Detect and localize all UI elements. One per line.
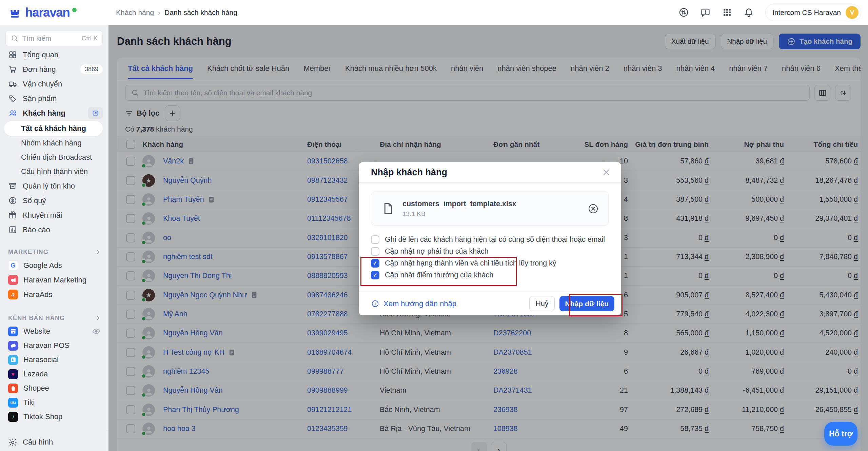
bell-icon[interactable]: [744, 7, 754, 18]
brand-text: haravan: [25, 5, 70, 20]
checked-checkbox[interactable]: [371, 271, 379, 279]
sidebar-app-tiktok-shop[interactable]: ♪Tiktok Shop: [0, 410, 108, 424]
unchecked-checkbox[interactable]: [371, 235, 379, 244]
sidebar-item-label: Tổng quan: [23, 51, 58, 59]
chevron-right-icon: [95, 249, 101, 255]
submit-import-button[interactable]: Nhập dữ liệu: [559, 296, 614, 311]
import-guide-link[interactable]: Xem hướng dẫn nhập: [371, 299, 456, 308]
cancel-button[interactable]: Huỷ: [529, 296, 554, 311]
shopee-logo-icon: [8, 384, 18, 393]
sidebar-item-settings[interactable]: Cấu hình: [0, 433, 108, 451]
sidebar-item[interactable]: Khuyến mãi: [0, 208, 108, 222]
open-window-icon: [92, 110, 99, 117]
shopping-bag-logo-icon: [7, 5, 22, 20]
sidebar-item[interactable]: Báo cáo: [0, 222, 108, 237]
sidebar-item[interactable]: Sổ quỹ: [0, 193, 108, 208]
tiki-logo-icon: tiki: [8, 398, 18, 408]
sidebar-app-website[interactable]: Website: [0, 324, 108, 338]
inventory-icon: [8, 181, 17, 191]
haravan-pos-logo-icon: [8, 341, 18, 351]
harasocial-logo-icon: [8, 355, 18, 365]
sidebar-search: Ctrl K: [5, 31, 103, 46]
close-icon[interactable]: [601, 168, 611, 177]
sidebar-item-label: Sản phẩm: [23, 94, 57, 103]
topbar-actions: Intercom CS Haravan V: [678, 4, 861, 21]
haraads-logo-icon: a: [8, 290, 18, 299]
gift-icon: [8, 211, 17, 220]
account-name: Intercom CS Haravan: [772, 8, 841, 17]
sidebar-app-shopee[interactable]: Shopee: [0, 381, 108, 395]
account-menu[interactable]: Intercom CS Haravan V: [765, 4, 861, 21]
import-option: Cập nhật nợ phải thu của khách: [371, 246, 609, 257]
sidebar-search-input[interactable]: [22, 34, 78, 42]
apps-icon[interactable]: [722, 7, 732, 18]
import-options: Ghi đè lên các khách hàng hiện tại có cù…: [371, 234, 609, 281]
order-count-badge: 3869: [80, 64, 103, 74]
open-customers-window-button[interactable]: [88, 107, 103, 119]
sidebar-app-google-ads[interactable]: GGoogle Ads: [0, 258, 108, 273]
search-icon: [11, 34, 19, 42]
modal-title: Nhập khách hàng: [371, 167, 447, 178]
file-icon: [381, 201, 395, 216]
sidebar-subitem[interactable]: Cấu hình thành viên: [0, 164, 108, 179]
sidebar-subitem[interactable]: Chiến dịch Broadcast: [0, 150, 108, 164]
cash-icon: [8, 196, 17, 205]
sidebar-app-haraads[interactable]: aHaraAds: [0, 287, 108, 302]
chat-icon[interactable]: [700, 7, 711, 18]
breadcrumb-current: Danh sách khách hàng: [164, 8, 237, 17]
option-label: Cập nhật điểm thưởng của khách: [385, 271, 493, 279]
sidebar-section-header[interactable]: KÊNH BÁN HÀNG: [0, 312, 108, 324]
unchecked-checkbox[interactable]: [371, 247, 379, 256]
sidebar-item-3[interactable]: Sản phẩm: [0, 91, 108, 106]
checked-checkbox[interactable]: [371, 259, 379, 268]
file-size: 13.1 KB: [402, 210, 516, 218]
chevron-right-icon: [95, 315, 101, 321]
google-ads-logo-icon: G: [8, 260, 18, 270]
gear-icon: [8, 438, 17, 447]
sidebar-app-haravan-marketing[interactable]: Haravan Marketing: [0, 273, 108, 287]
lazada-logo-icon: ♥: [8, 369, 18, 379]
modal-header: Nhập khách hàng: [359, 162, 621, 183]
support-button[interactable]: Hỗ trợ: [824, 422, 857, 446]
sidebar-app-haravan-pos[interactable]: Haravan POS: [0, 338, 108, 353]
overview-icon: [8, 50, 17, 59]
sidebar-app-harasocial[interactable]: Harasocial: [0, 353, 108, 367]
eye-icon[interactable]: [92, 327, 101, 336]
sidebar-subitem[interactable]: Tất cả khách hàng: [4, 121, 103, 136]
screen: haravan Khách hàng › Danh sách khách hàn…: [0, 0, 868, 451]
sidebar-item-1[interactable]: Đơn hàng3869: [0, 62, 108, 77]
breadcrumb-parent[interactable]: Khách hàng: [116, 8, 154, 17]
modal-footer: Xem hướng dẫn nhập Huỷ Nhập dữ liệu: [359, 292, 621, 315]
sync-icon[interactable]: [678, 7, 689, 18]
sidebar-subitem[interactable]: Nhóm khách hàng: [0, 136, 108, 150]
keyboard-shortcut: Ctrl K: [82, 35, 98, 42]
remove-file-icon[interactable]: [587, 203, 599, 215]
sidebar-item-label: Đơn hàng: [23, 65, 56, 74]
sidebar: Ctrl K Tổng quanĐơn hàng3869Vận chuyểnSả…: [0, 25, 108, 451]
option-label: Ghi đè lên các khách hàng hiện tại có cù…: [385, 235, 605, 244]
breadcrumb-separator: ›: [158, 8, 160, 17]
sidebar-item[interactable]: Quản lý tồn kho: [0, 179, 108, 193]
haravan-logo[interactable]: haravan: [7, 5, 109, 20]
sidebar-item-customers[interactable]: Khách hàng: [0, 106, 108, 120]
website-logo-icon: [8, 327, 18, 336]
sidebar-section-header[interactable]: MARKETING: [0, 246, 108, 258]
truck-icon: [8, 79, 17, 89]
status-dot: [72, 8, 77, 12]
sidebar-item-label: Khách hàng: [23, 109, 65, 118]
sidebar-app-tiki[interactable]: tikiTiki: [0, 395, 108, 410]
sidebar-menu: Tổng quanĐơn hàng3869Vận chuyểnSản phẩmK…: [0, 47, 108, 451]
uploaded-file-card: customers_import_template.xlsx 13.1 KB: [371, 192, 609, 225]
report-icon: [8, 225, 17, 234]
breadcrumb: Khách hàng › Danh sách khách hàng: [116, 8, 237, 17]
haravan-marketing-logo-icon: [8, 275, 18, 285]
sidebar-app-lazada[interactable]: ♥Lazada: [0, 367, 108, 381]
tiktok-shop-logo-icon: ♪: [8, 412, 18, 422]
import-option: Cập nhật hạng thành viên và chi tiêu tíc…: [371, 257, 609, 269]
import-customers-modal: Nhập khách hàng customers_import_templat…: [359, 162, 621, 315]
sidebar-item-2[interactable]: Vận chuyển: [0, 77, 108, 91]
sidebar-item-0[interactable]: Tổng quan: [0, 47, 108, 62]
option-label: Cập nhật nợ phải thu của khách: [385, 247, 489, 256]
users-icon: [8, 109, 17, 118]
sidebar-item-label: Vận chuyển: [23, 80, 62, 89]
